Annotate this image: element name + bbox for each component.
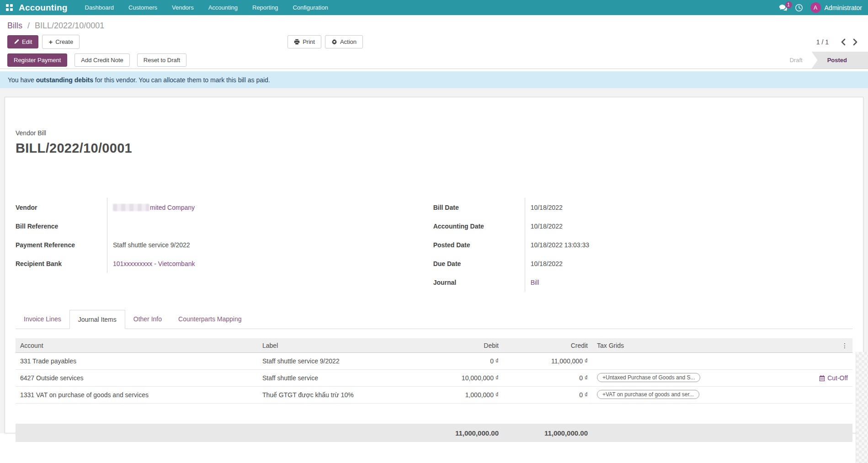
header-tax-grids[interactable]: Tax Grids (592, 342, 782, 349)
tab-other-info[interactable]: Other Info (125, 310, 170, 329)
scrollbar-track[interactable] (856, 352, 868, 463)
totals-row: 11,000,000.00 11,000,000.00 (16, 424, 852, 442)
outstanding-debits-alert: You have outstanding debits for this ven… (0, 71, 868, 88)
form-sheet: Vendor Bill BILL/2022/10/0001 Vendor mit… (5, 97, 863, 433)
posted-date-label: Posted Date (433, 241, 525, 249)
pencil-icon (14, 39, 19, 45)
plus-icon: + (48, 38, 53, 46)
journal-items-table: Account Label Debit Credit Tax Grids ⋮ 3… (16, 338, 852, 442)
chevron-left-icon (841, 38, 846, 46)
optional-columns-icon[interactable]: ⋮ (782, 342, 852, 349)
apps-menu-icon[interactable] (6, 4, 13, 11)
cell-credit: 11,000,000 ₫ (503, 357, 592, 365)
statusbar: Register Payment Add Credit Note Reset t… (0, 52, 868, 69)
left-field-group: Vendor mited Company Bill Reference Paym… (16, 198, 396, 292)
edit-button[interactable]: Edit (7, 35, 38, 48)
header-debit[interactable]: Debit (423, 342, 503, 349)
breadcrumb-separator: / (27, 21, 30, 30)
tab-invoice-lines[interactable]: Invoice Lines (16, 310, 69, 329)
print-button[interactable]: Print (288, 35, 321, 48)
vendor-label: Vendor (16, 204, 107, 211)
gear-icon (331, 39, 337, 45)
accounting-date-value[interactable]: 10/18/2022 (531, 223, 563, 230)
user-name: Administrator (825, 4, 862, 11)
tab-counterparts-mapping[interactable]: Counterparts Mapping (170, 310, 250, 329)
table-header-row: Account Label Debit Credit Tax Grids ⋮ (16, 338, 852, 353)
calendar-icon (819, 375, 825, 381)
main-content: Vendor Bill BILL/2022/10/0001 Vendor mit… (0, 88, 868, 433)
recipient-bank-link[interactable]: 101xxxxxxxxx - Vietcombank (113, 260, 195, 267)
app-title[interactable]: Accounting (19, 3, 68, 13)
menu-reporting[interactable]: Reporting (245, 0, 285, 15)
cell-label: Staff shuttle service (258, 374, 423, 382)
cell-label: Staff shuttle service 9/2022 (258, 357, 423, 365)
cell-account: 331 Trade payables (16, 357, 258, 365)
menu-dashboard[interactable]: Dashboard (78, 0, 122, 15)
payment-reference-label: Payment Reference (16, 241, 107, 249)
journal-link[interactable]: Bill (531, 279, 539, 286)
field-payment-reference: Payment Reference Staff shuttle service … (16, 235, 396, 254)
cutoff-button[interactable]: Cut-Off (819, 374, 848, 382)
printer-icon (294, 39, 300, 45)
chevron-right-icon (853, 38, 858, 46)
action-button[interactable]: Action (325, 35, 363, 48)
table-row[interactable]: 6427 Outside services Staff shuttle serv… (16, 370, 852, 387)
menu-customers[interactable]: Customers (121, 0, 165, 15)
messages-button[interactable]: 1 (779, 4, 788, 11)
tab-journal-items[interactable]: Journal Items (69, 310, 125, 329)
field-vendor: Vendor mited Company (16, 198, 396, 217)
posted-date-value: 10/18/2022 13:03:33 (531, 241, 589, 249)
cell-label: Thuế GTGT được khấu trừ 10% (258, 391, 423, 399)
field-journal: Journal Bill (433, 273, 814, 292)
main-menu: Dashboard Customers Vendors Accounting R… (78, 0, 335, 15)
accounting-date-label: Accounting Date (433, 223, 525, 230)
table-row[interactable]: 1331 VAT on purchase of goods and servic… (16, 387, 852, 404)
cell-debit: 1,000,000 ₫ (423, 391, 503, 399)
header-credit[interactable]: Credit (503, 342, 592, 349)
breadcrumb: Bills / BILL/2022/10/0001 (0, 15, 868, 33)
avatar: A (810, 2, 821, 13)
document-name: BILL/2022/10/0001 (16, 141, 852, 156)
menu-vendors[interactable]: Vendors (165, 0, 201, 15)
field-recipient-bank: Recipient Bank 101xxxxxxxxx - Vietcomban… (16, 254, 396, 273)
activities-button[interactable] (795, 4, 803, 12)
tax-grid-tag: +Untaxed Purchase of Goods and S... (597, 373, 700, 382)
cell-credit: 0 ₫ (503, 391, 592, 399)
due-date-value[interactable]: 10/18/2022 (531, 260, 563, 267)
message-count-badge: 1 (785, 1, 792, 8)
create-button[interactable]: + Create (42, 35, 80, 49)
top-navbar: Accounting Dashboard Customers Vendors A… (0, 0, 868, 15)
menu-configuration[interactable]: Configuration (285, 0, 335, 15)
add-credit-note-button[interactable]: Add Credit Note (75, 53, 130, 67)
pager-next-button[interactable] (850, 37, 861, 47)
reset-to-draft-button[interactable]: Reset to Draft (137, 53, 186, 67)
tax-grid-tag: +VAT on purchase of goods and ser... (597, 390, 699, 399)
user-menu[interactable]: A Administrator (810, 2, 862, 13)
cell-debit: 10,000,000 ₫ (423, 374, 503, 382)
cell-account: 6427 Outside services (16, 374, 258, 382)
field-accounting-date: Accounting Date 10/18/2022 (433, 217, 814, 235)
journal-label: Journal (433, 279, 525, 286)
cell-debit: 0 ₫ (423, 357, 503, 365)
breadcrumb-bills-link[interactable]: Bills (7, 21, 22, 30)
menu-accounting[interactable]: Accounting (201, 0, 245, 15)
payment-reference-value[interactable]: Staff shuttle service 9/2022 (113, 241, 190, 249)
table-row[interactable]: 331 Trade payables Staff shuttle service… (16, 353, 852, 370)
right-field-group: Bill Date 10/18/2022 Accounting Date 10/… (433, 198, 814, 292)
alert-bold-text: outstanding debits (36, 76, 93, 84)
header-account[interactable]: Account (16, 342, 258, 349)
cell-account: 1331 VAT on purchase of goods and servic… (16, 391, 258, 399)
redacted-vendor-name (113, 204, 149, 211)
status-draft[interactable]: Draft (780, 52, 811, 69)
header-label[interactable]: Label (258, 342, 423, 349)
register-payment-button[interactable]: Register Payment (7, 53, 67, 67)
bill-date-value[interactable]: 10/18/2022 (531, 204, 563, 211)
breadcrumb-current: BILL/2022/10/0001 (35, 21, 104, 30)
clock-icon (795, 4, 803, 12)
vendor-link[interactable]: mited Company (150, 204, 195, 211)
pager-previous-button[interactable] (838, 37, 848, 47)
notebook-tabs: Invoice Lines Journal Items Other Info C… (16, 310, 852, 329)
field-bill-date: Bill Date 10/18/2022 (433, 198, 814, 217)
total-debit: 11,000,000.00 (423, 429, 503, 437)
bill-date-label: Bill Date (433, 204, 525, 211)
